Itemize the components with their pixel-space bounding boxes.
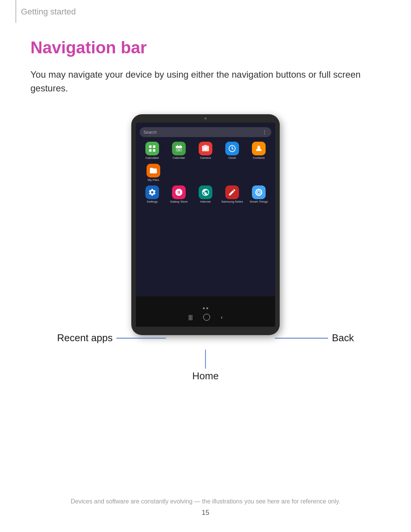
- app-label-calendar: Calendar: [173, 156, 185, 160]
- app-icon-calendar: 1: [172, 142, 186, 155]
- app-icon-myfiles: [147, 164, 160, 177]
- page-border: [15, 0, 16, 23]
- nav-back: ‹: [221, 314, 223, 320]
- svg-rect-3: [153, 149, 155, 152]
- app-galaxystore: Galaxy Store: [166, 185, 191, 204]
- footer-page-number: 15: [202, 509, 209, 517]
- tablet-outer: Search ⋮ Calculator: [131, 114, 280, 335]
- app-label-contacts: Contacts: [253, 156, 265, 160]
- home-line: [205, 350, 206, 369]
- nav-home: [203, 314, 210, 321]
- nav-buttons: ||| ‹: [188, 314, 223, 321]
- svg-point-12: [257, 146, 260, 149]
- app-grid-row2: Settings Galaxy Store: [136, 184, 275, 205]
- app-icon-calculator: [145, 142, 159, 155]
- home-text: Home: [192, 370, 218, 382]
- app-myfiles: My Files: [140, 164, 167, 182]
- recent-apps-text: Recent apps: [57, 332, 113, 344]
- app-calculator: Calculator: [140, 142, 165, 160]
- app-settings: Settings: [140, 185, 165, 204]
- app-camera: Camera: [193, 142, 218, 160]
- footer-note: Devices and software are constantly evol…: [71, 498, 341, 505]
- svg-line-11: [232, 149, 233, 149]
- section-label: Getting started: [21, 7, 76, 17]
- back-line: [275, 338, 328, 339]
- app-label-clock: Clock: [228, 156, 236, 160]
- page-title: Navigation bar: [30, 38, 381, 57]
- search-bar-menu: ⋮: [262, 129, 268, 135]
- app-calendar: 1 Calendar: [166, 142, 191, 160]
- screen-dot-2: [206, 307, 208, 309]
- svg-rect-5: [176, 146, 182, 148]
- app-label-camera: Camera: [200, 156, 211, 160]
- app-clock: Clock: [220, 142, 245, 160]
- screen-dot-1: [203, 307, 205, 309]
- app-icon-contacts: [252, 142, 266, 155]
- home-label-group: Home: [192, 350, 218, 382]
- app-label-smartthings: Smart-Things: [250, 200, 268, 204]
- back-label-group: Back: [275, 332, 354, 344]
- app-icon-camera: [199, 142, 212, 155]
- page-content: Navigation bar You may navigate your dev…: [0, 0, 411, 405]
- app-icon-internet: [199, 185, 212, 199]
- front-camera: [204, 117, 207, 120]
- back-text: Back: [332, 332, 354, 344]
- page-footer: Devices and software are constantly evol…: [0, 498, 411, 517]
- app-label-galaxystore: Galaxy Store: [170, 200, 188, 204]
- search-bar: Search ⋮: [140, 127, 271, 137]
- recent-apps-label-group: Recent apps: [57, 332, 166, 344]
- annotation-layer: Recent apps Back: [57, 324, 354, 347]
- app-grid-row1-extra: My Files: [136, 164, 275, 184]
- tablet-screen: Search ⋮ Calculator: [136, 123, 275, 327]
- app-smartthings: Smart-Things: [246, 185, 271, 204]
- app-samsungnotes: Samsung Notes: [220, 185, 245, 204]
- app-label-internet: Internet: [200, 200, 210, 204]
- app-contacts: Contacts: [246, 142, 271, 160]
- app-label-settings: Settings: [147, 200, 158, 204]
- app-internet: Internet: [193, 185, 218, 204]
- app-grid-row1: Calculator 1 Calendar: [136, 140, 275, 161]
- app-icon-clock: [225, 142, 239, 155]
- svg-rect-0: [149, 145, 151, 148]
- app-icon-smartthings: [252, 185, 266, 199]
- svg-rect-2: [149, 149, 151, 152]
- app-label-myfiles: My Files: [148, 178, 159, 182]
- app-icon-settings: [145, 185, 159, 199]
- screen-dots: [203, 307, 208, 309]
- svg-rect-1: [153, 145, 155, 148]
- tablet-device: Search ⋮ Calculator: [131, 114, 280, 335]
- app-icon-samsungnotes: [225, 185, 239, 199]
- diagram-area: Search ⋮ Calculator: [30, 114, 381, 382]
- search-bar-text: Search: [143, 130, 157, 134]
- app-label-samsungnotes: Samsung Notes: [221, 200, 243, 204]
- app-icon-galaxystore: [172, 185, 186, 199]
- recent-apps-line: [116, 338, 166, 339]
- page-description: You may navigate your device by using ei…: [30, 68, 381, 95]
- svg-text:1: 1: [178, 149, 180, 151]
- screen-bottom: ||| ‹: [136, 296, 275, 327]
- app-label-calculator: Calculator: [145, 156, 159, 160]
- nav-recent: |||: [188, 314, 193, 320]
